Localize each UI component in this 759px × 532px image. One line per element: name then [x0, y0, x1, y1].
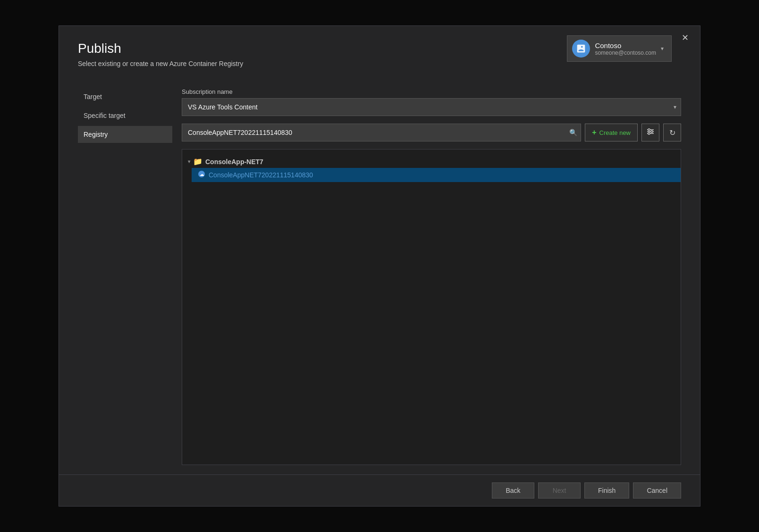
search-icon-button[interactable]: 🔍 — [569, 129, 577, 136]
tree-group: ▾ 📁 ConsoleApp-NET7 ☁ — [182, 153, 681, 184]
account-info: Contoso someone@contoso.com — [595, 42, 656, 56]
account-avatar — [572, 40, 590, 58]
account-badge[interactable]: Contoso someone@contoso.com ▾ — [567, 35, 672, 62]
tree-child-item[interactable]: ☁ ConsoleAppNET720221115140830 — [192, 168, 681, 182]
search-input[interactable] — [182, 124, 581, 141]
expand-chevron-icon: ▾ — [188, 159, 190, 164]
sidebar-item-registry[interactable]: Registry — [78, 126, 172, 143]
refresh-button[interactable]: ↻ — [663, 124, 681, 141]
svg-point-5 — [651, 131, 653, 133]
folder-icon: 📁 — [193, 157, 202, 166]
tree-parent-label: ConsoleApp-NET7 — [205, 158, 263, 166]
filter-icon — [646, 127, 655, 138]
sidebar: Target Specific target Registry — [78, 79, 172, 474]
subscription-field: Subscription name VS Azure Tools Content… — [182, 88, 681, 116]
sidebar-item-specific-target[interactable]: Specific target — [78, 107, 172, 124]
dialog-body: Target Specific target Registry Subscrip… — [59, 79, 700, 474]
plus-icon: + — [592, 128, 596, 137]
tree-container[interactable]: ▾ 📁 ConsoleApp-NET7 ☁ — [182, 149, 681, 465]
tree-child-label: ConsoleAppNET720221115140830 — [209, 171, 313, 179]
filter-button[interactable] — [641, 124, 659, 141]
refresh-icon: ↻ — [669, 128, 675, 137]
back-button[interactable]: Back — [492, 482, 534, 499]
subscription-label: Subscription name — [182, 88, 681, 95]
finish-button[interactable]: Finish — [584, 482, 629, 499]
create-new-button[interactable]: + Create new — [585, 124, 638, 141]
search-toolbar: 🔍 + Create new — [182, 124, 681, 141]
account-email: someone@contoso.com — [595, 50, 656, 56]
cancel-button[interactable]: Cancel — [633, 482, 681, 499]
svg-point-6 — [648, 133, 650, 134]
dialog-footer: Back Next Finish Cancel — [59, 474, 700, 506]
publish-dialog: ✕ Contoso someone@contoso.com ▾ Publish … — [59, 25, 700, 507]
account-chevron-icon: ▾ — [661, 45, 664, 52]
search-input-wrapper: 🔍 — [182, 124, 581, 141]
sidebar-item-target[interactable]: Target — [78, 88, 172, 105]
svg-text:☁: ☁ — [200, 172, 204, 177]
subscription-select[interactable]: VS Azure Tools Content — [182, 98, 681, 116]
registry-icon: ☁ — [197, 170, 206, 180]
dialog-overlay: ✕ Contoso someone@contoso.com ▾ Publish … — [0, 0, 759, 532]
subscription-select-wrapper: VS Azure Tools Content ▾ — [182, 98, 681, 116]
create-new-label: Create new — [599, 129, 631, 136]
svg-point-4 — [648, 129, 650, 131]
tree-parent-item[interactable]: ▾ 📁 ConsoleApp-NET7 — [182, 155, 681, 168]
account-name: Contoso — [595, 42, 656, 50]
next-button: Next — [538, 482, 581, 499]
tree-children: ☁ ConsoleAppNET720221115140830 — [182, 168, 681, 182]
main-content: Subscription name VS Azure Tools Content… — [172, 79, 681, 474]
close-button[interactable]: ✕ — [678, 32, 692, 44]
